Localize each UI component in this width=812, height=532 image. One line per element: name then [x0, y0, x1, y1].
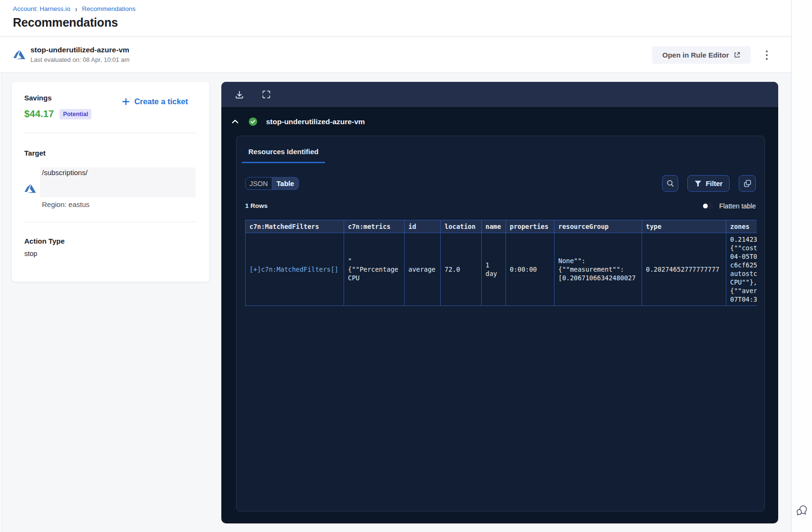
- copy-button[interactable]: [739, 175, 756, 192]
- flatten-table-toggle[interactable]: [703, 203, 713, 209]
- cell-name: 1 day: [482, 233, 506, 306]
- more-options-button[interactable]: [761, 48, 772, 63]
- col-header-location: location: [441, 220, 482, 233]
- filter-label: Filter: [706, 180, 723, 187]
- cell-c7n-metrics: " {""Percentage CPU: [344, 233, 405, 306]
- right-rail: [791, 0, 812, 532]
- rule-last-evaluated: Last evaluated on: 08 Apr, 10:01 am: [30, 56, 129, 63]
- savings-card: Savings Create a ticket $44.17 Potential…: [12, 82, 209, 282]
- collapse-chevron-button[interactable]: [231, 118, 238, 125]
- table-row: [+]c7n:MatchedFilters[] " {""Percentage …: [246, 233, 757, 306]
- breadcrumb: Account: Harness.io › Recommendations: [13, 5, 136, 12]
- panel-toolbar: [221, 82, 778, 107]
- azure-logo-icon: [13, 48, 25, 61]
- col-header-id: id: [405, 220, 441, 233]
- filter-button[interactable]: Filter: [687, 175, 730, 192]
- target-block: /subscriptions/ Region: eastus: [24, 167, 197, 207]
- table-header-row: c7n:MatchedFilters c7n:metrics id locati…: [246, 220, 757, 233]
- search-icon: [666, 179, 674, 187]
- resources-table: c7n:MatchedFilters c7n:metrics id locati…: [245, 220, 757, 306]
- search-button[interactable]: [662, 175, 678, 192]
- cell-id: average: [405, 233, 441, 306]
- resources-table-container: c7n:MatchedFilters c7n:metrics id locati…: [245, 220, 757, 306]
- copy-icon: [743, 179, 752, 187]
- fullscreen-button[interactable]: [261, 89, 271, 100]
- view-mode-segmented-control: JSON Table: [245, 177, 299, 190]
- col-header-c7n-matchedfilters: c7n:MatchedFilters: [246, 220, 344, 233]
- external-link-icon: [733, 51, 741, 59]
- col-header-properties: properties: [506, 220, 555, 233]
- cell-properties: 0:00:00: [506, 233, 555, 306]
- panel-title-row: stop-underutilized-azure-vm: [231, 117, 778, 126]
- target-label: Target: [24, 149, 197, 157]
- tabs-bar: Resources Identified: [237, 136, 764, 163]
- col-header-zones: zones: [726, 220, 757, 233]
- divider: [24, 133, 197, 133]
- open-in-rule-editor-button[interactable]: Open in Rule Editor: [652, 46, 751, 64]
- view-json-button[interactable]: JSON: [246, 177, 272, 189]
- download-icon: [235, 90, 244, 99]
- cell-matchedfilters-expander[interactable]: [+]c7n:MatchedFilters[]: [246, 233, 344, 306]
- fullscreen-icon: [262, 90, 271, 99]
- rows-count: 1 Rows: [245, 202, 267, 209]
- panel-rule-title: stop-underutilized-azure-vm: [266, 118, 365, 126]
- rule-name: stop-underutilized-azure-vm: [30, 46, 129, 54]
- azure-logo-icon-small: [23, 183, 37, 194]
- savings-amount: $44.17: [24, 108, 54, 119]
- create-ticket-label: Create a ticket: [134, 97, 188, 106]
- savings-label: Savings: [24, 94, 52, 102]
- flatten-table-label: Flatten table: [719, 202, 756, 210]
- top-bar: Account: Harness.io › Recommendations Re…: [0, 0, 791, 37]
- success-check-icon: [248, 117, 257, 126]
- breadcrumb-account-link[interactable]: Account: Harness.io: [13, 5, 70, 12]
- create-ticket-link[interactable]: Create a ticket: [122, 97, 188, 106]
- breadcrumb-separator-icon: ›: [75, 4, 77, 13]
- action-type-label: Action Type: [24, 237, 197, 245]
- rule-header: stop-underutilized-azure-vm Last evaluat…: [0, 37, 791, 73]
- cell-zones: 0.21423 {""cost 04-05T0 c6cf625 autostc …: [726, 233, 757, 306]
- chat-support-icon[interactable]: [796, 505, 809, 517]
- cell-resourcegroup: None"": {""measurement"": [0.20671066342…: [555, 233, 642, 306]
- col-header-c7n-metrics: c7n:metrics: [344, 220, 405, 233]
- breadcrumb-recommendations-link[interactable]: Recommendations: [82, 5, 136, 12]
- potential-badge: Potential: [59, 109, 91, 119]
- rule-output-panel: stop-underutilized-azure-vm Resources Id…: [221, 82, 778, 523]
- chevron-up-icon: [232, 119, 238, 124]
- view-table-button[interactable]: Table: [272, 177, 298, 189]
- left-edge-strip: [0, 73, 1, 532]
- cell-type: 0.20274652777777777: [642, 233, 726, 306]
- target-region: Region: eastus: [42, 200, 89, 208]
- plus-icon: [122, 98, 130, 106]
- col-header-name: name: [482, 220, 506, 233]
- divider: [24, 222, 197, 222]
- page-title: Recommendations: [13, 16, 118, 30]
- open-in-rule-editor-label: Open in Rule Editor: [662, 51, 729, 59]
- cell-location: 72.0: [441, 233, 482, 306]
- target-path: /subscriptions/: [42, 168, 88, 177]
- col-header-type: type: [642, 220, 726, 233]
- resources-card: Resources Identified JSON Table: [236, 136, 765, 512]
- download-button[interactable]: [234, 89, 245, 100]
- col-header-resourcegroup: resourceGroup: [555, 220, 642, 233]
- tab-resources-identified[interactable]: Resources Identified: [242, 148, 325, 163]
- action-type-value: stop: [24, 250, 197, 257]
- filter-funnel-icon: [694, 180, 702, 187]
